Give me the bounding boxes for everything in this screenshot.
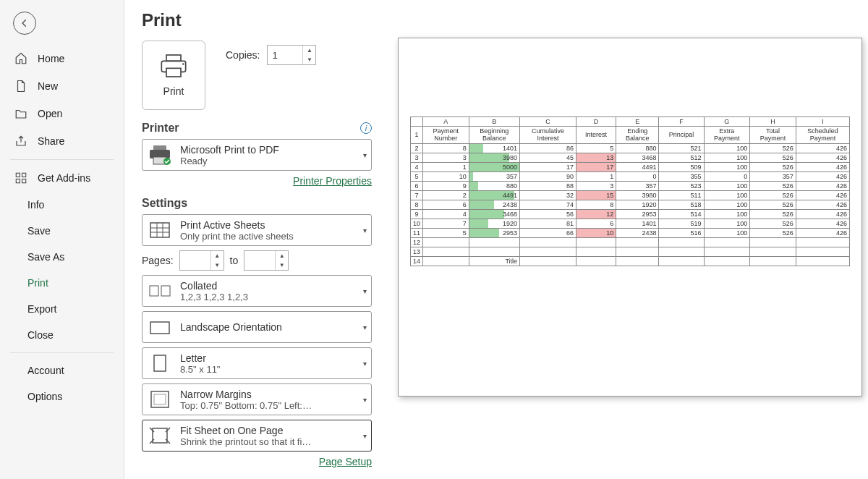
data-cell: 0: [704, 172, 750, 182]
data-cell: 880: [616, 144, 659, 153]
nav-item-open[interactable]: Open: [0, 100, 124, 127]
info-icon[interactable]: i: [360, 122, 372, 134]
empty-cell: [616, 247, 659, 257]
print-what-dropdown[interactable]: Print Active Sheets Only print the activ…: [142, 214, 372, 246]
nav-label: Save: [27, 225, 51, 237]
copies-label: Copies:: [226, 49, 260, 61]
nav-item-options[interactable]: Options: [0, 383, 124, 410]
orientation-dropdown[interactable]: Landscape Orientation ▾: [142, 311, 372, 343]
nav-item-export[interactable]: Export: [0, 296, 124, 322]
nav-divider: [10, 352, 114, 353]
svg-rect-1: [22, 173, 26, 177]
nav-item-print[interactable]: Print: [0, 270, 124, 296]
data-cell: 100: [704, 229, 750, 238]
data-cell: 15: [576, 191, 616, 200]
data-cell: 511: [659, 191, 704, 200]
nav-item-new[interactable]: New: [0, 72, 124, 100]
empty-cell: [616, 238, 659, 247]
empty-cell: [704, 257, 750, 266]
data-cell: 86: [520, 144, 576, 153]
row-header: 3: [411, 153, 423, 163]
data-cell: 3468: [616, 153, 659, 163]
page-setup-link[interactable]: Page Setup: [142, 456, 372, 467]
chevron-down-icon: ▾: [363, 151, 367, 159]
nav-item-save[interactable]: Save: [0, 218, 124, 244]
empty-cell: [750, 247, 796, 257]
print-button-label: Print: [163, 85, 184, 97]
nav-item-account[interactable]: Account: [0, 357, 124, 383]
nav-item-home[interactable]: Home: [0, 45, 124, 72]
data-cell: 526: [750, 219, 796, 229]
scaling-dropdown[interactable]: Fit Sheet on One Page Shrink the printou…: [142, 420, 372, 452]
spinner-down-icon[interactable]: ▼: [303, 55, 315, 64]
nav-item-save-as[interactable]: Save As: [0, 244, 124, 270]
data-cell: 3980: [616, 191, 659, 200]
spinner-up-icon[interactable]: ▲: [211, 251, 224, 260]
data-cell: 357: [469, 172, 519, 182]
print-button[interactable]: Print: [142, 41, 205, 110]
data-cell: 5: [423, 229, 469, 238]
landscape-icon: [147, 315, 173, 339]
data-cell: 3980: [469, 153, 519, 163]
margins-dropdown[interactable]: Narrow Margins Top: 0.75" Bottom: 0.75" …: [142, 383, 372, 415]
spinner-down-icon[interactable]: ▼: [211, 260, 224, 270]
empty-cell: [469, 247, 519, 257]
empty-cell: [576, 247, 616, 257]
nav-label: Home: [38, 53, 64, 64]
data-cell: 90: [520, 172, 576, 182]
settings-section-title: Settings: [142, 197, 372, 210]
addins-icon: [14, 171, 27, 185]
data-cell: 426: [796, 191, 849, 200]
col-header: B: [469, 117, 519, 127]
data-cell: 2953: [469, 229, 519, 238]
printer-properties-link[interactable]: Printer Properties: [142, 175, 372, 187]
data-cell: 17: [576, 163, 616, 172]
chevron-down-icon: ▾: [363, 360, 367, 368]
data-cell: 426: [796, 144, 849, 153]
data-cell: 6: [423, 200, 469, 210]
spinner-up-icon[interactable]: ▲: [276, 251, 288, 260]
nav-label: Account: [27, 365, 64, 376]
pages-from-spinner[interactable]: ▲▼: [179, 250, 224, 271]
nav-item-close[interactable]: Close: [0, 322, 124, 348]
data-cell: 7: [423, 219, 469, 229]
nav-item-info[interactable]: Info: [0, 192, 124, 218]
svg-rect-18: [161, 286, 170, 296]
copies-value[interactable]: 1: [268, 50, 302, 61]
svg-rect-3: [22, 179, 26, 183]
collate-dropdown[interactable]: Collated 1,2,3 1,2,3 1,2,3 ▾: [142, 275, 372, 307]
svg-point-7: [182, 63, 184, 65]
nav-label: Export: [27, 303, 56, 315]
data-cell: 10: [423, 172, 469, 182]
printer-name: Microsoft Print to PDF: [180, 144, 356, 156]
svg-rect-4: [166, 55, 181, 61]
main-panel: Print Print Copies: 1: [124, 0, 868, 479]
data-cell: 426: [796, 163, 849, 172]
data-cell: 88: [520, 182, 576, 191]
printer-dropdown[interactable]: Microsoft Print to PDF Ready ▾: [142, 139, 372, 171]
data-cell: 74: [520, 200, 576, 210]
spinner-up-icon[interactable]: ▲: [303, 46, 315, 55]
empty-cell: [796, 247, 849, 257]
pages-to-spinner[interactable]: ▲▼: [244, 250, 289, 271]
data-cell: 10: [576, 229, 616, 238]
data-cell: 518: [659, 200, 704, 210]
empty-cell: [796, 238, 849, 247]
title-cell: Title: [469, 257, 519, 266]
data-cell: 526: [750, 210, 796, 219]
copies-spinner[interactable]: 1 ▲ ▼: [267, 45, 316, 65]
printer-icon: [159, 54, 188, 78]
empty-cell: [576, 238, 616, 247]
nav-item-get-add-ins[interactable]: Get Add-ins: [0, 164, 124, 192]
nav-item-share[interactable]: Share: [0, 127, 124, 155]
back-button[interactable]: [13, 12, 36, 35]
home-icon: [14, 52, 27, 65]
data-cell: 526: [750, 229, 796, 238]
nav-label: Close: [27, 329, 54, 341]
spinner-down-icon[interactable]: ▼: [276, 260, 288, 270]
paper-size-dropdown[interactable]: Letter 8.5" x 11" ▾: [142, 347, 372, 379]
data-cell: 100: [704, 191, 750, 200]
svg-rect-22: [154, 394, 166, 404]
header-cell: Principal: [659, 127, 704, 144]
empty-cell: [423, 257, 469, 266]
